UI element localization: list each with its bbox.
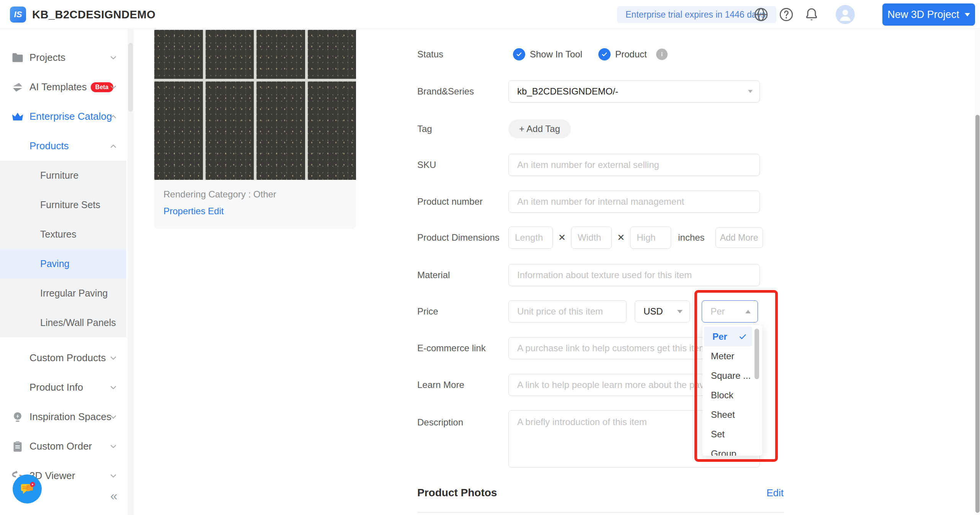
chevron-down-icon xyxy=(677,310,683,313)
folder-icon xyxy=(11,51,24,65)
chevron-up-icon xyxy=(109,142,118,151)
dropdown-option-square[interactable]: Square ... xyxy=(702,366,762,385)
sidebar-item-custom-order[interactable]: Custom Order xyxy=(0,432,126,461)
dropdown-option-block[interactable]: Block xyxy=(702,385,762,405)
product-label: Product xyxy=(615,49,647,60)
page-scrollbar[interactable] xyxy=(975,29,980,515)
dimension-separator: ✕ xyxy=(558,232,566,243)
product-photos-header: Product Photos Edit xyxy=(417,487,784,499)
unit-price-input[interactable] xyxy=(508,300,627,323)
dropdown-option-meter[interactable]: Meter xyxy=(702,346,762,366)
chat-support-button[interactable] xyxy=(13,474,42,504)
clipboard-icon xyxy=(11,440,24,453)
sidebar-item-label: Custom Products xyxy=(29,352,106,364)
product-dimensions-row: Product Dimensions ✕ ✕ inches Add More xyxy=(417,227,784,249)
sidebar-item-furniture[interactable]: Furniture xyxy=(0,161,126,190)
sidebar-scrollbar[interactable] xyxy=(127,29,134,515)
page-scrollbar-thumb[interactable] xyxy=(975,115,980,513)
tile-swatch xyxy=(256,30,305,79)
status-label: Status xyxy=(417,49,508,60)
sidebar-scrollbar-thumb[interactable] xyxy=(128,43,133,112)
material-label: Material xyxy=(417,270,508,280)
currency-select[interactable]: USD xyxy=(635,300,690,323)
photos-edit-link[interactable]: Edit xyxy=(766,487,784,499)
learn-more-label: Learn More xyxy=(417,380,508,390)
sidebar-item-product-info[interactable]: Product Info xyxy=(0,373,126,402)
dimension-separator: ✕ xyxy=(617,232,625,243)
chevron-down-icon xyxy=(109,383,118,392)
info-icon[interactable] xyxy=(656,49,668,60)
sidebar-item-products[interactable]: Products xyxy=(0,131,126,161)
new-3d-project-button[interactable]: New 3D Project xyxy=(882,3,975,26)
sidebar-item-ai-templates[interactable]: AI Templates Beta xyxy=(0,72,126,102)
price-separator: / xyxy=(694,306,697,318)
sidebar-item-custom-products[interactable]: Custom Products xyxy=(0,343,126,373)
product-photos-title: Product Photos xyxy=(417,487,497,499)
sidebar-item-lines-wall-panels[interactable]: Lines/Wall Panels xyxy=(0,308,126,337)
width-input[interactable] xyxy=(571,227,612,249)
sidebar-item-furniture-sets[interactable]: Furniture Sets xyxy=(0,190,126,220)
price-unit-dropdown-menu: Per Meter Square ... Block Sheet Set Gro… xyxy=(702,325,762,456)
dimension-unit-label: inches xyxy=(678,232,704,243)
brand-series-row: Brand&Series kb_B2CDESIGNDEMO/- xyxy=(417,80,784,103)
length-input[interactable] xyxy=(508,227,553,249)
price-unit-select[interactable]: Per xyxy=(702,300,758,323)
sidebar-item-label: Irregular Paving xyxy=(40,288,108,299)
section-divider xyxy=(417,512,784,513)
tile-swatch xyxy=(256,81,305,180)
chat-bubbles-icon xyxy=(17,479,37,499)
material-row: Material xyxy=(417,264,784,286)
material-input[interactable] xyxy=(508,264,760,286)
sidebar-item-label: AI Templates xyxy=(29,81,87,93)
tile-swatch xyxy=(154,81,203,180)
tile-swatch xyxy=(308,30,356,79)
dropdown-option-per[interactable]: Per xyxy=(704,327,752,346)
sidebar-collapse-button[interactable]: « xyxy=(110,488,118,503)
notification-bell-icon[interactable] xyxy=(803,6,820,23)
sidebar-item-label: Furniture Sets xyxy=(40,199,100,210)
sku-row: SKU xyxy=(417,154,784,176)
brand-series-value: kb_B2CDESIGNDEMO/- xyxy=(517,86,618,97)
chevron-down-icon xyxy=(748,90,753,93)
check-icon xyxy=(601,51,608,58)
tile-swatch xyxy=(154,30,203,79)
sku-input[interactable] xyxy=(508,154,760,176)
help-icon[interactable] xyxy=(778,6,795,23)
sidebar-item-projects[interactable]: Projects xyxy=(0,43,126,72)
sidebar-item-enterprise-catalog[interactable]: Enterprise Catalog xyxy=(0,102,126,131)
currency-value: USD xyxy=(644,306,663,317)
sidebar-item-label: Paving xyxy=(40,258,69,269)
add-tag-button[interactable]: + Add Tag xyxy=(508,119,571,139)
properties-edit-link[interactable]: Properties Edit xyxy=(163,206,347,217)
sidebar-item-label: Enterprise Catalog xyxy=(29,111,112,122)
language-globe-icon[interactable] xyxy=(753,6,769,23)
page-title: KB_B2CDESIGNDEMO xyxy=(32,0,155,29)
dropdown-option-sheet[interactable]: Sheet xyxy=(702,405,762,424)
dropdown-scrollbar-thumb[interactable] xyxy=(755,329,759,379)
price-unit-value: Per xyxy=(710,306,725,317)
tile-swatch xyxy=(206,81,254,180)
sidebar-item-irregular-paving[interactable]: Irregular Paving xyxy=(0,279,126,308)
lightbulb-icon xyxy=(11,410,24,424)
check-icon xyxy=(516,51,523,58)
sidebar-item-paving[interactable]: Paving xyxy=(0,249,126,279)
sidebar-item-label: Products xyxy=(29,140,69,152)
sidebar-item-textures[interactable]: Textures xyxy=(0,220,126,249)
tag-label: Tag xyxy=(417,124,508,134)
product-checkbox[interactable] xyxy=(598,48,611,60)
add-more-button[interactable]: Add More xyxy=(715,227,763,248)
chevron-up-icon xyxy=(745,310,751,313)
dropdown-option-set[interactable]: Set xyxy=(702,424,762,444)
sidebar-item-label: Custom Order xyxy=(29,440,92,452)
sidebar-item-inspiration-spaces[interactable]: Inspiration Spaces xyxy=(0,402,126,432)
high-input[interactable] xyxy=(630,227,671,249)
user-avatar[interactable] xyxy=(836,5,855,24)
chevron-down-icon xyxy=(965,13,970,16)
ai-templates-icon xyxy=(11,80,24,94)
show-in-tool-checkbox[interactable] xyxy=(513,48,525,60)
chevron-down-icon xyxy=(109,412,118,422)
dropdown-option-group[interactable]: Group xyxy=(702,444,762,456)
ecommerce-link-label: E-commerce link xyxy=(417,343,508,354)
brand-series-select[interactable]: kb_B2CDESIGNDEMO/- xyxy=(508,80,760,103)
product-number-input[interactable] xyxy=(508,191,760,213)
